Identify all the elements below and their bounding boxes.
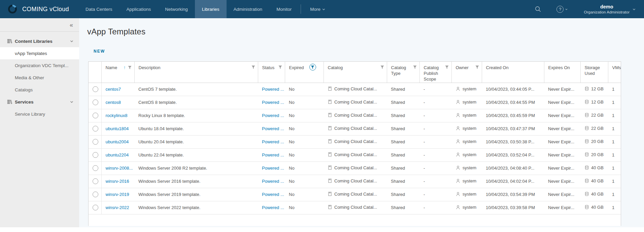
header-status[interactable]: Status xyxy=(258,62,285,83)
template-name-link[interactable]: winsrv-2022 xyxy=(106,205,129,210)
template-name-link[interactable]: rockylinux8 xyxy=(106,113,128,118)
status-value: Powered ... xyxy=(262,100,284,105)
filter-icon[interactable] xyxy=(380,65,384,69)
sidebar-group-content-libraries[interactable]: Content Libraries xyxy=(0,35,79,47)
filter-icon[interactable] xyxy=(413,65,417,69)
template-name-link[interactable]: winsrv-2008... xyxy=(106,166,133,171)
cell-owner: system xyxy=(451,135,482,148)
sidebar-item-media-other[interactable]: Media & Other xyxy=(0,71,79,84)
cell-owner: system xyxy=(451,83,482,96)
row-radio-button[interactable] xyxy=(93,205,98,210)
sidebar-group-services[interactable]: Services xyxy=(0,96,79,108)
header-catalog-publish-scope[interactable]: Catalog Publish Scope xyxy=(419,62,451,83)
row-radio-button[interactable] xyxy=(93,139,98,145)
sort-ascending-icon[interactable]: ↑ xyxy=(124,65,126,69)
filter-icon[interactable] xyxy=(445,65,449,69)
header-storage-used[interactable]: Storage Used xyxy=(580,62,608,83)
cell-status: Powered ... xyxy=(258,122,285,135)
help-menu-button[interactable]: ? xyxy=(551,0,573,18)
header-catalog-type[interactable]: Catalog Type xyxy=(387,62,419,83)
header-catalog[interactable]: Catalog xyxy=(324,62,387,83)
filter-icon[interactable] xyxy=(128,66,132,69)
cell-description: Ubuntu 22.04 template. xyxy=(134,148,258,162)
cell-description: Ubuntu 18.04 template. xyxy=(134,122,258,135)
filter-icon[interactable] xyxy=(475,65,479,69)
row-select-cell xyxy=(89,188,101,201)
nav-item-libraries[interactable]: Libraries xyxy=(195,0,227,18)
owner-name: system xyxy=(463,139,476,144)
row-radio-button[interactable] xyxy=(93,86,98,92)
template-name-link[interactable]: centos7 xyxy=(106,87,121,92)
header-name[interactable]: Name ↑ xyxy=(101,62,134,83)
filter-icon[interactable] xyxy=(278,65,282,69)
cell-catalog-publish-scope: - xyxy=(419,96,451,109)
storage-value: 20 GB xyxy=(591,152,604,157)
nav-item-data-centers[interactable]: Data Centers xyxy=(78,0,120,18)
catalog-icon xyxy=(328,152,332,157)
row-radio-button[interactable] xyxy=(93,178,98,184)
new-button[interactable]: NEW xyxy=(94,49,105,54)
nav-divider xyxy=(301,4,301,14)
status-value: Powered ... xyxy=(262,126,284,131)
nav-item-more[interactable]: More xyxy=(303,0,333,18)
cell-catalog-publish-scope: - xyxy=(419,122,451,135)
header-description[interactable]: Description xyxy=(134,62,258,83)
cell-catalog: Coming Cloud Catal... xyxy=(324,109,387,122)
cell-catalog-type: Shared xyxy=(387,83,419,96)
cell-name: ubuntu2004 xyxy=(101,135,134,148)
template-name-link[interactable]: centos8 xyxy=(106,100,121,105)
app-window: COMING vCloud Data Centers Applications … xyxy=(0,0,644,227)
template-name-link[interactable]: winsrv-2019 xyxy=(106,192,129,197)
header-owner[interactable]: Owner xyxy=(451,62,482,83)
nav-item-administration[interactable]: Administration xyxy=(227,0,270,18)
sidebar-item-vapp-templates[interactable]: vApp Templates xyxy=(0,47,79,59)
header-created-on[interactable]: Created On xyxy=(482,62,544,83)
header-expired[interactable]: Expired xyxy=(285,62,324,83)
row-radio-button[interactable] xyxy=(93,152,98,158)
user-menu[interactable]: demo Organization Administrator xyxy=(578,4,639,15)
nav-item-monitor[interactable]: Monitor xyxy=(269,0,299,18)
cell-catalog-publish-scope: - xyxy=(419,162,451,175)
cell-vms: 1 xyxy=(608,83,621,96)
status-value: Powered ... xyxy=(262,139,284,144)
row-radio-button[interactable] xyxy=(93,165,98,171)
cell-owner: system xyxy=(451,109,482,122)
storage-disk-icon xyxy=(584,205,589,209)
template-name-link[interactable]: ubuntu2204 xyxy=(106,152,129,157)
cell-storage-used: 40 GB xyxy=(580,201,608,214)
row-radio-button[interactable] xyxy=(93,192,98,197)
row-radio-button[interactable] xyxy=(93,113,98,118)
header-vms[interactable]: VMs xyxy=(608,62,621,83)
cell-expires-on: Never Expir... xyxy=(544,162,580,175)
user-icon xyxy=(455,86,461,91)
cell-description: Windows Server 2022 template. xyxy=(134,201,258,214)
catalog-icon xyxy=(328,113,332,117)
brand[interactable]: COMING vCloud xyxy=(0,0,78,18)
template-name-link[interactable]: ubuntu1804 xyxy=(106,126,129,131)
row-radio-button[interactable] xyxy=(93,126,98,132)
table-header-row: Name ↑ Description xyxy=(89,62,621,83)
sidebar-collapse-icon[interactable]: « xyxy=(70,22,73,28)
cell-storage-used: 40 GB xyxy=(580,175,608,188)
sidebar-item-organization-vdc-templates[interactable]: Organization VDC Templ... xyxy=(0,59,79,71)
cell-expired: No xyxy=(285,188,324,201)
chevron-down-icon xyxy=(70,39,74,43)
cell-description: Windows Server 2008 R2 template. xyxy=(134,162,258,175)
template-name-link[interactable]: ubuntu2004 xyxy=(106,139,129,144)
row-radio-button[interactable] xyxy=(93,99,98,105)
storage-disk-icon xyxy=(584,152,589,157)
search-button[interactable] xyxy=(529,0,547,18)
nav-item-networking[interactable]: Networking xyxy=(158,0,195,18)
table-row: winsrv-2022 Windows Server 2022 template… xyxy=(89,201,621,214)
owner-name: system xyxy=(463,113,476,118)
column-label: VMs xyxy=(612,65,621,70)
row-select-cell xyxy=(89,201,101,214)
sidebar-item-catalogs[interactable]: Catalogs xyxy=(0,84,79,96)
nav-item-applications[interactable]: Applications xyxy=(119,0,158,18)
row-select-cell xyxy=(89,162,101,175)
template-name-link[interactable]: winsrv-2016 xyxy=(106,179,129,184)
header-expires-on[interactable]: Expires On xyxy=(544,62,580,83)
filter-icon[interactable] xyxy=(251,65,255,69)
sidebar-item-service-library[interactable]: Service Library xyxy=(0,108,79,120)
active-filter-icon[interactable] xyxy=(309,64,316,70)
